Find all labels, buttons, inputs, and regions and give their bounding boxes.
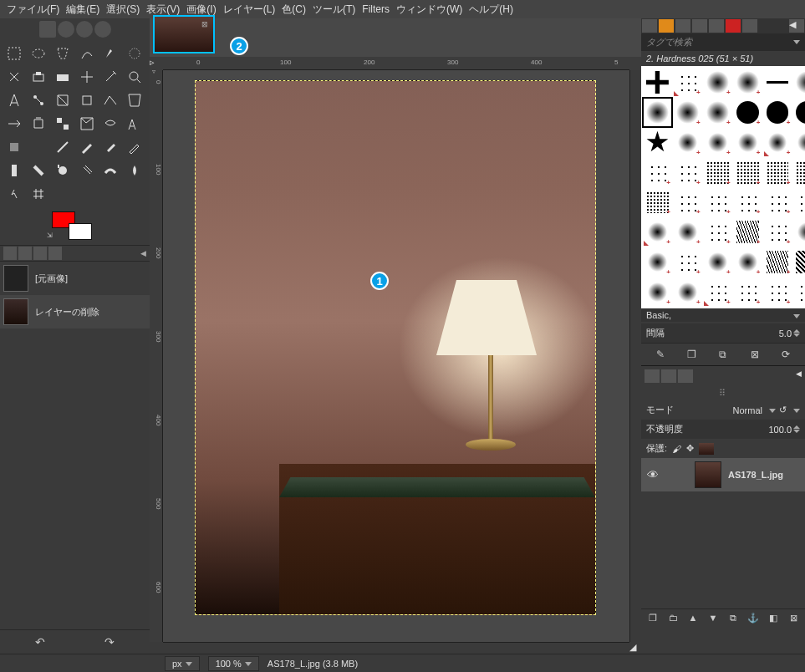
images-tab-icon[interactable] <box>48 247 62 260</box>
dock-grip[interactable]: ⠿ <box>641 386 805 400</box>
brush-item[interactable]: + <box>643 158 672 187</box>
brush-item[interactable]: + <box>792 188 805 217</box>
visibility-icon[interactable]: 👁 <box>645 468 661 481</box>
brush-item[interactable]: + <box>643 277 672 307</box>
brush-item[interactable]: + <box>673 158 702 187</box>
spacing-control[interactable]: 間隔 5.0 <box>641 323 805 343</box>
history-tab-icon[interactable] <box>692 19 707 33</box>
heal-tool[interactable] <box>76 160 98 181</box>
background-color[interactable] <box>69 223 92 240</box>
unit-selector[interactable]: px <box>165 656 200 671</box>
clone-tool[interactable] <box>52 160 74 181</box>
canvas-viewport[interactable] <box>163 70 629 642</box>
opacity-spinner[interactable] <box>793 425 800 433</box>
brush-item[interactable]: + <box>703 98 732 127</box>
warp-tool[interactable] <box>99 113 121 135</box>
navigation-icon[interactable]: ◢ <box>629 642 641 654</box>
bucket-fill-tool[interactable] <box>3 136 25 158</box>
blur-tool[interactable] <box>124 160 145 181</box>
brush-item[interactable]: + <box>673 98 702 127</box>
paths-tab-icon[interactable] <box>709 19 724 33</box>
align-tool[interactable] <box>3 89 25 111</box>
spacing-spinner[interactable] <box>793 329 800 337</box>
fuzzy-select-tool[interactable] <box>76 43 98 64</box>
merge-icon[interactable]: ⚓ <box>746 613 760 624</box>
brush-item[interactable]: + <box>673 217 702 247</box>
brush-item[interactable]: + <box>643 217 672 247</box>
brush-item[interactable]: + <box>703 277 732 307</box>
menu-item[interactable]: 画像(I) <box>183 3 219 17</box>
text-tool[interactable] <box>124 113 145 135</box>
foreground-select-tool[interactable] <box>3 66 25 88</box>
rotate-tool[interactable] <box>52 89 74 111</box>
paths-tool[interactable] <box>28 66 49 88</box>
cage-tool[interactable] <box>28 113 49 135</box>
raise-layer-icon[interactable]: ▲ <box>686 613 700 624</box>
duplicate-layer-icon[interactable]: ⧉ <box>726 613 740 624</box>
free-select-tool[interactable] <box>52 43 74 64</box>
layers-tab-icon[interactable] <box>33 247 47 260</box>
brush-item[interactable]: + <box>703 128 732 157</box>
lock-pixels-icon[interactable]: 🖌 <box>672 444 681 454</box>
new-layer-icon[interactable]: ❐ <box>646 613 660 624</box>
mask-icon[interactable]: ◧ <box>767 613 780 624</box>
mode-reset-icon[interactable]: ↺ <box>779 405 787 415</box>
unified-transform-tool[interactable] <box>52 113 74 135</box>
layer-name[interactable]: AS178_L.jpg <box>728 470 783 480</box>
brush-item[interactable]: + <box>733 158 762 187</box>
brush-item[interactable]: + <box>673 277 702 307</box>
tag-search-input[interactable]: タグで検索 <box>641 33 805 51</box>
device-status-tab-icon[interactable] <box>18 247 32 260</box>
refresh-brush-icon[interactable]: ⟳ <box>778 347 793 362</box>
horizontal-scrollbar[interactable] <box>163 642 629 654</box>
perspective-clone-tool[interactable] <box>99 160 121 181</box>
brush-item[interactable]: + <box>792 158 805 187</box>
pencil-tool[interactable] <box>52 136 74 158</box>
brush-item[interactable] <box>792 68 805 97</box>
brush-item[interactable]: + <box>733 217 762 247</box>
brush-item[interactable]: + <box>763 217 792 247</box>
brush-item[interactable]: + <box>673 128 702 157</box>
brush-item[interactable]: + <box>792 128 805 157</box>
menu-item[interactable]: 選択(S) <box>103 3 143 17</box>
layer-thumbnail[interactable] <box>695 461 721 488</box>
edit-brush-icon[interactable]: ✎ <box>653 347 668 362</box>
menu-item[interactable]: 編集(E) <box>63 3 103 17</box>
new-group-icon[interactable]: 🗀 <box>666 613 680 624</box>
canvas-image[interactable] <box>195 80 596 615</box>
redo-icon[interactable]: ↷ <box>104 635 115 649</box>
ink-tool[interactable] <box>3 160 25 181</box>
brush-item[interactable]: + <box>703 247 732 277</box>
color-swatches[interactable]: ⇲ <box>0 208 150 245</box>
brush-item[interactable] <box>643 68 672 97</box>
layer-row[interactable]: 👁 AS178_L.jpg <box>641 458 805 491</box>
dodge-tool[interactable] <box>28 183 49 205</box>
layers-tab-icon[interactable] <box>645 369 660 383</box>
horizontal-ruler[interactable]: 01002003004005 <box>163 57 629 70</box>
shear-tool[interactable] <box>99 89 121 111</box>
paths-tab-icon[interactable] <box>678 369 693 383</box>
quickmask-toggle[interactable] <box>150 642 163 654</box>
scale-tool[interactable] <box>76 89 98 111</box>
zoom-selector[interactable]: 100 % <box>208 656 259 671</box>
menu-item[interactable]: ファイル(F) <box>3 3 63 17</box>
brush-item[interactable]: + <box>733 247 762 277</box>
channels-tab-icon[interactable] <box>661 369 676 383</box>
mode-dropdown-icon[interactable] <box>766 405 776 415</box>
brush-item[interactable]: + <box>792 277 805 307</box>
eraser-tool[interactable] <box>99 136 121 158</box>
menu-item[interactable]: 表示(V) <box>143 3 183 17</box>
handle-transform-tool[interactable] <box>76 113 98 135</box>
tool-options-tab-icon[interactable] <box>3 247 17 260</box>
scissors-tool[interactable] <box>124 43 145 64</box>
duplicate-brush-icon[interactable]: ⧉ <box>716 347 731 362</box>
dock-menu-icon[interactable]: ◀ <box>796 369 802 383</box>
brush-item[interactable]: + <box>643 247 672 277</box>
image-tab-active[interactable]: ⊠ <box>153 15 215 53</box>
brush-item[interactable]: + <box>673 247 702 277</box>
history-item[interactable]: [元画像] <box>0 262 150 295</box>
opacity-row[interactable]: 不透明度 100.0 <box>641 420 805 439</box>
flip-tool[interactable] <box>3 113 25 135</box>
rect-select-tool[interactable] <box>3 43 25 64</box>
lower-layer-icon[interactable]: ▼ <box>706 613 720 624</box>
